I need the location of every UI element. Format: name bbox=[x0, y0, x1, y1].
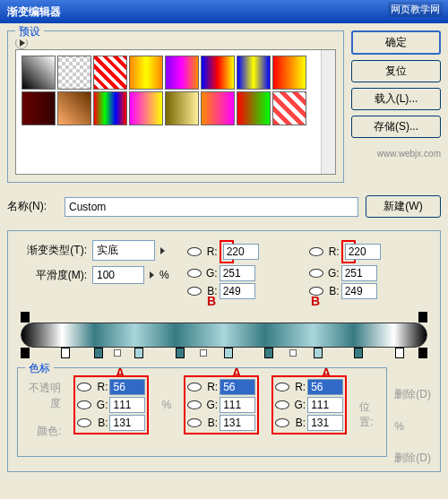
color-stop[interactable] bbox=[264, 348, 273, 358]
b1-g[interactable] bbox=[220, 265, 255, 281]
swatch[interactable] bbox=[93, 56, 127, 90]
radio-b[interactable] bbox=[187, 418, 202, 427]
color-stop[interactable] bbox=[94, 348, 103, 358]
gradient-settings: 渐变类型(T): 实底 平滑度(M): % R: G: B: bbox=[7, 230, 441, 472]
marker-b: B bbox=[207, 294, 216, 308]
swatch[interactable] bbox=[237, 91, 271, 125]
smooth-label: 平滑度(M): bbox=[17, 268, 87, 283]
swatch[interactable] bbox=[93, 91, 127, 125]
a2-r[interactable] bbox=[220, 379, 255, 395]
a2-b[interactable] bbox=[220, 415, 255, 431]
presets-label: 预设 bbox=[15, 24, 44, 39]
radio-r[interactable] bbox=[275, 383, 289, 391]
pos-label: 位置: bbox=[359, 400, 381, 439]
swatch[interactable] bbox=[165, 56, 199, 90]
color-stop[interactable] bbox=[134, 348, 143, 358]
presets-group: 预设 bbox=[7, 30, 344, 183]
b1-r[interactable] bbox=[223, 244, 259, 260]
radio-g[interactable] bbox=[187, 269, 202, 278]
radio-b[interactable] bbox=[275, 418, 289, 427]
swatch[interactable] bbox=[129, 91, 163, 125]
dialog-body: 预设 bbox=[0, 23, 448, 479]
color-stop[interactable] bbox=[354, 348, 363, 358]
midpoint[interactable] bbox=[200, 349, 207, 357]
color-stop[interactable] bbox=[61, 348, 70, 358]
scrollbar[interactable] bbox=[321, 50, 335, 174]
stops-group: 色标 不透明度 颜色: R: G: B: % R: bbox=[17, 367, 387, 457]
gradient-bar[interactable] bbox=[21, 323, 427, 348]
color-stop[interactable] bbox=[224, 348, 233, 358]
new-button[interactable]: 新建(W) bbox=[366, 195, 441, 218]
swatch[interactable] bbox=[22, 91, 56, 125]
opacity-label: 不透明度 bbox=[23, 381, 61, 411]
radio-r[interactable] bbox=[187, 383, 202, 391]
swatch[interactable] bbox=[272, 56, 306, 90]
radio-g[interactable] bbox=[77, 400, 91, 409]
swatch[interactable] bbox=[57, 91, 91, 125]
delete-column: 删除(D) % 删除(D) bbox=[394, 367, 431, 466]
midpoint[interactable] bbox=[289, 349, 297, 357]
color-stop[interactable] bbox=[21, 348, 30, 358]
a3-g[interactable] bbox=[307, 397, 343, 413]
a1-r[interactable] bbox=[109, 379, 145, 395]
swatch[interactable] bbox=[237, 56, 271, 90]
name-label: 名称(N): bbox=[7, 199, 57, 214]
midpoint[interactable] bbox=[114, 349, 121, 357]
opacity-stop[interactable] bbox=[418, 312, 427, 323]
color-stop[interactable] bbox=[176, 348, 185, 358]
b2-r[interactable] bbox=[345, 244, 381, 260]
b2-b[interactable] bbox=[341, 283, 377, 299]
marker-b: B bbox=[311, 294, 320, 308]
upper-rgb-columns: R: G: B: R: G: B: bbox=[187, 240, 377, 299]
a3-r[interactable] bbox=[307, 379, 343, 395]
load-button[interactable]: 载入(L)... bbox=[351, 88, 441, 110]
swatch[interactable] bbox=[57, 56, 91, 90]
pct-label: % bbox=[159, 269, 169, 281]
radio-g[interactable] bbox=[275, 400, 289, 409]
a1-g[interactable] bbox=[109, 397, 145, 413]
radio-r[interactable] bbox=[187, 247, 202, 256]
preset-swatches[interactable] bbox=[15, 49, 336, 175]
swatch[interactable] bbox=[165, 91, 199, 125]
swatch[interactable] bbox=[22, 56, 56, 90]
a3-b[interactable] bbox=[307, 415, 343, 431]
titlebar: 渐变编辑器 bbox=[0, 0, 448, 23]
radio-r[interactable] bbox=[77, 383, 91, 391]
swatch[interactable] bbox=[129, 56, 163, 90]
swatch[interactable] bbox=[201, 56, 235, 90]
radio-r[interactable] bbox=[309, 247, 323, 256]
gradient-bar-area bbox=[21, 310, 427, 360]
radio-b[interactable] bbox=[187, 287, 202, 296]
swatch[interactable] bbox=[201, 91, 235, 125]
reset-button[interactable]: 复位 bbox=[351, 60, 441, 82]
swatch[interactable] bbox=[272, 91, 306, 125]
delete-button-2[interactable]: 删除(D) bbox=[394, 451, 431, 466]
grad-type-select[interactable]: 实底 bbox=[92, 240, 155, 261]
ok-button[interactable]: 确定 bbox=[351, 30, 441, 55]
color-label: 颜色: bbox=[23, 424, 61, 439]
name-input[interactable] bbox=[65, 197, 358, 217]
radio-b[interactable] bbox=[77, 418, 91, 427]
color-stop[interactable] bbox=[395, 348, 404, 358]
b2-g[interactable] bbox=[341, 265, 377, 281]
radio-g[interactable] bbox=[309, 269, 323, 278]
watermark-url: www.webjx.com bbox=[351, 149, 441, 159]
grad-type-label: 渐变类型(T): bbox=[17, 243, 87, 258]
smooth-input[interactable] bbox=[92, 266, 144, 284]
b1-b[interactable] bbox=[220, 283, 255, 299]
window-title: 渐变编辑器 bbox=[4, 4, 444, 20]
stepper-icon[interactable] bbox=[150, 271, 154, 279]
delete-button-1[interactable]: 删除(D) bbox=[394, 387, 431, 402]
color-stop[interactable] bbox=[418, 348, 427, 358]
watermark: 网页教学网 bbox=[388, 2, 443, 17]
save-button[interactable]: 存储(S)... bbox=[351, 116, 441, 138]
dropdown-icon[interactable] bbox=[160, 247, 165, 254]
a1-b[interactable] bbox=[109, 415, 145, 431]
a2-g[interactable] bbox=[220, 397, 255, 413]
opacity-stop[interactable] bbox=[21, 312, 30, 323]
stops-label: 色标 bbox=[25, 361, 54, 376]
radio-g[interactable] bbox=[187, 400, 202, 409]
side-buttons: 确定 复位 载入(L)... 存储(S)... www.webjx.com bbox=[351, 30, 441, 183]
color-stop[interactable] bbox=[314, 348, 323, 358]
